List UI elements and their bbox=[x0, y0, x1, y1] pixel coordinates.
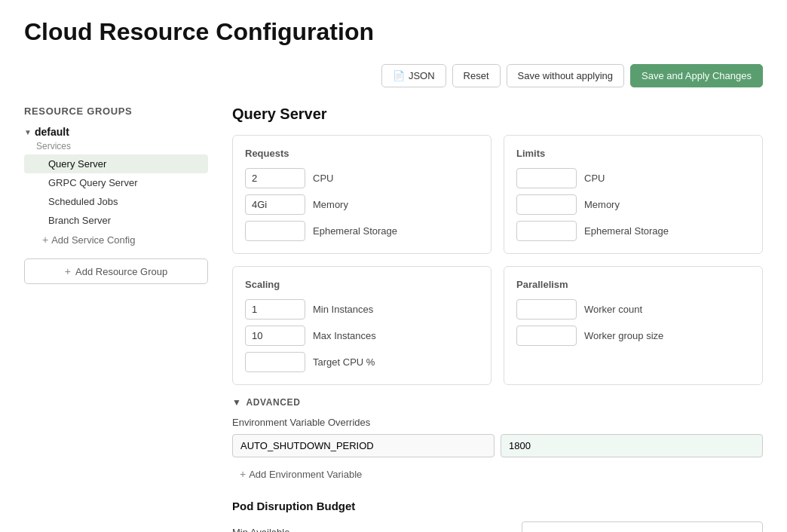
advanced-section: ▼ ADVANCED Environment Variable Override… bbox=[232, 397, 763, 485]
scaling-min-label: Min Instances bbox=[313, 304, 373, 315]
resource-group-name: default bbox=[35, 126, 69, 138]
save-and-apply-label: Save and Apply Changes bbox=[642, 70, 752, 81]
resource-group-header: ▼ default bbox=[24, 126, 208, 138]
limits-memory-row: Memory bbox=[516, 194, 750, 215]
limits-memory-label: Memory bbox=[584, 199, 620, 210]
limits-cpu-input[interactable] bbox=[516, 168, 577, 188]
scaling-max-label: Max Instances bbox=[313, 330, 376, 341]
json-button[interactable]: 📄 JSON bbox=[381, 64, 446, 87]
sidebar-item-branch-server[interactable]: Branch Server bbox=[24, 211, 208, 230]
env-key-input[interactable] bbox=[232, 434, 495, 457]
add-service-label: Add Service Config bbox=[51, 234, 135, 246]
requests-memory-label: Memory bbox=[313, 199, 348, 210]
advanced-collapse-icon: ▼ bbox=[232, 397, 241, 408]
scaling-target-row: Target CPU % bbox=[245, 352, 479, 372]
parallelism-card-title: Parallelism bbox=[516, 279, 750, 290]
requests-card-title: Requests bbox=[245, 148, 479, 159]
pod-min-available-input[interactable] bbox=[522, 521, 763, 532]
requests-card: Requests CPU Memory Ephemeral Storage bbox=[232, 135, 491, 254]
limits-ephemeral-row: Ephemeral Storage bbox=[516, 221, 750, 241]
scaling-min-input[interactable] bbox=[245, 299, 305, 320]
save-without-applying-label: Save without applying bbox=[518, 70, 613, 81]
add-resource-group-label: Add Resource Group bbox=[75, 266, 167, 277]
parallelism-worker-group-row: Worker group size bbox=[516, 326, 750, 346]
pod-min-available-row: Min Available bbox=[232, 521, 763, 532]
pod-disruption-title: Pod Disruption Budget bbox=[232, 500, 763, 512]
sidebar-item-scheduled-jobs[interactable]: Scheduled Jobs bbox=[24, 192, 208, 211]
requests-cpu-input[interactable] bbox=[245, 168, 305, 188]
content-area: Query Server Requests CPU Memory bbox=[220, 105, 763, 532]
reset-button[interactable]: Reset bbox=[452, 64, 501, 87]
advanced-header[interactable]: ▼ ADVANCED bbox=[232, 397, 763, 408]
json-button-label: JSON bbox=[409, 70, 435, 81]
collapse-icon: ▼ bbox=[24, 128, 32, 136]
toolbar: 📄 JSON Reset Save without applying Save … bbox=[24, 64, 763, 87]
requests-memory-row: Memory bbox=[245, 194, 479, 215]
page: Cloud Resource Configuration 📄 JSON Rese… bbox=[0, 0, 787, 532]
env-section-title: Environment Variable Overrides bbox=[232, 417, 763, 428]
requests-cpu-label: CPU bbox=[313, 173, 333, 184]
limits-ephemeral-label: Ephemeral Storage bbox=[584, 225, 669, 237]
scaling-target-input[interactable] bbox=[245, 352, 305, 372]
limits-ephemeral-input[interactable] bbox=[516, 221, 577, 241]
plus-icon-2: + bbox=[65, 265, 71, 277]
page-title: Cloud Resource Configuration bbox=[24, 18, 763, 46]
scaling-card-title: Scaling bbox=[245, 279, 479, 290]
reset-button-label: Reset bbox=[464, 70, 489, 81]
limits-card-title: Limits bbox=[516, 148, 750, 159]
services-label: Services bbox=[36, 141, 208, 151]
parallelism-worker-group-input[interactable] bbox=[516, 326, 577, 346]
top-cards-row: Requests CPU Memory Ephemeral Storage bbox=[232, 135, 763, 254]
plus-icon-env: + bbox=[240, 468, 246, 480]
sidebar-item-query-server[interactable]: Query Server bbox=[24, 154, 208, 173]
limits-card: Limits CPU Memory Ephemeral Storage bbox=[504, 135, 763, 254]
scaling-card: Scaling Min Instances Max Instances Targ… bbox=[232, 266, 491, 385]
scaling-max-row: Max Instances bbox=[245, 326, 479, 346]
limits-memory-input[interactable] bbox=[516, 194, 577, 215]
requests-ephemeral-label: Ephemeral Storage bbox=[313, 225, 397, 237]
requests-cpu-row: CPU bbox=[245, 168, 479, 188]
save-and-apply-button[interactable]: Save and Apply Changes bbox=[630, 64, 763, 87]
pod-min-available-label: Min Available bbox=[232, 527, 289, 532]
requests-ephemeral-row: Ephemeral Storage bbox=[245, 221, 479, 241]
scaling-min-row: Min Instances bbox=[245, 299, 479, 320]
env-value-input[interactable] bbox=[501, 434, 763, 457]
file-icon: 📄 bbox=[393, 70, 405, 81]
pod-disruption-section: Pod Disruption Budget Min Available Max … bbox=[232, 500, 763, 532]
requests-ephemeral-input[interactable] bbox=[245, 221, 305, 241]
parallelism-card: Parallelism Worker count Worker group si… bbox=[504, 266, 763, 385]
scaling-max-input[interactable] bbox=[245, 326, 305, 346]
parallelism-worker-count-label: Worker count bbox=[584, 304, 642, 315]
sidebar-item-grpc-query-server[interactable]: GRPC Query Server bbox=[24, 173, 208, 192]
content-section-title: Query Server bbox=[232, 105, 763, 123]
add-env-label: Add Environment Variable bbox=[249, 469, 362, 480]
bottom-cards-row: Scaling Min Instances Max Instances Targ… bbox=[232, 266, 763, 385]
save-without-applying-button[interactable]: Save without applying bbox=[507, 64, 624, 87]
add-service-button[interactable]: + Add Service Config bbox=[24, 230, 208, 249]
main-layout: Resource Groups ▼ default Services Query… bbox=[24, 105, 763, 532]
parallelism-worker-group-label: Worker group size bbox=[584, 330, 663, 341]
parallelism-worker-count-input[interactable] bbox=[516, 299, 577, 320]
requests-memory-input[interactable] bbox=[245, 194, 305, 215]
limits-cpu-row: CPU bbox=[516, 168, 750, 188]
parallelism-worker-count-row: Worker count bbox=[516, 299, 750, 320]
add-resource-group-button[interactable]: + Add Resource Group bbox=[24, 258, 208, 284]
sidebar: Resource Groups ▼ default Services Query… bbox=[24, 105, 220, 532]
env-variable-row bbox=[232, 434, 763, 457]
scaling-target-label: Target CPU % bbox=[313, 356, 375, 368]
plus-icon: + bbox=[42, 234, 48, 246]
add-env-button[interactable]: + Add Environment Variable bbox=[232, 463, 369, 485]
limits-cpu-label: CPU bbox=[584, 173, 605, 184]
advanced-label: ADVANCED bbox=[246, 397, 300, 408]
sidebar-title: Resource Groups bbox=[24, 105, 208, 117]
